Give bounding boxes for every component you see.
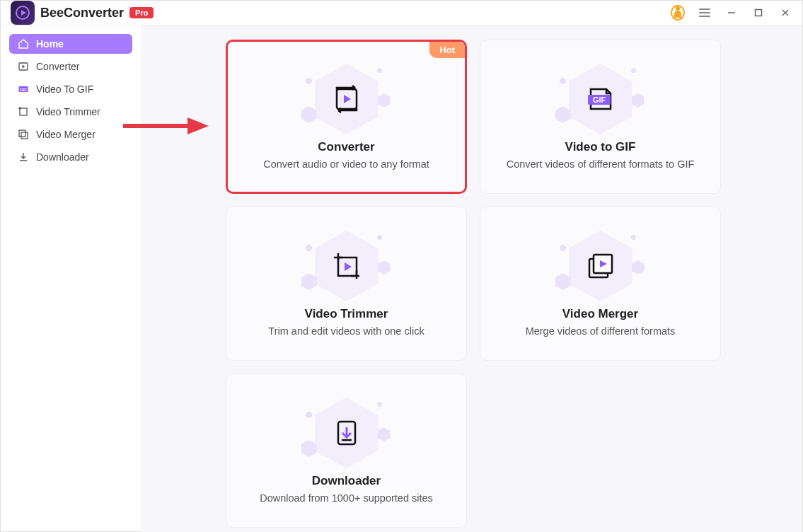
card-video-to-gif[interactable]: GIF Video to GIF Convert videos of diffe… (480, 40, 721, 194)
converter-icon (304, 64, 389, 134)
titlebar: BeeConverter Pro (1, 1, 802, 25)
card-title: Video Trimmer (305, 307, 388, 321)
card-title: Converter (318, 140, 374, 154)
home-icon (18, 38, 29, 50)
body: Home Converter GIF Video To GIF Video Tr… (1, 25, 802, 532)
app-logo (11, 1, 35, 25)
svg-rect-10 (19, 130, 25, 137)
sidebar-item-video-to-gif[interactable]: GIF Video To GIF (9, 79, 132, 99)
card-video-merger[interactable]: Video Merger Merge videos of different f… (480, 207, 721, 361)
titlebar-controls (671, 6, 792, 20)
svg-text:GIF: GIF (592, 96, 606, 104)
card-desc: Convert audio or video to any format (263, 158, 429, 170)
card-title: Video Merger (562, 307, 638, 321)
sidebar-item-video-merger[interactable]: Video Merger (9, 125, 132, 144)
card-title: Video to GIF (565, 140, 636, 154)
card-desc: Merge videos of different formats (526, 325, 676, 337)
maximize-button[interactable] (751, 6, 766, 20)
sidebar-item-downloader[interactable]: Downloader (9, 147, 132, 167)
trim-icon (18, 106, 29, 117)
user-account-icon[interactable] (671, 6, 685, 20)
card-desc: Trim and edit videos with one click (268, 325, 424, 337)
sidebar-item-home[interactable]: Home (9, 34, 132, 54)
sidebar-item-label: Video To GIF (36, 83, 93, 95)
minimize-button[interactable] (724, 6, 739, 20)
svg-text:GIF: GIF (20, 88, 27, 92)
merge-icon (18, 129, 29, 140)
pro-badge: Pro (129, 7, 154, 18)
svg-rect-7 (20, 108, 27, 115)
card-desc: Convert videos of different formats to G… (507, 158, 695, 170)
merger-card-icon (558, 231, 643, 301)
sidebar: Home Converter GIF Video To GIF Video Tr… (1, 25, 141, 532)
play-box-icon (18, 61, 29, 72)
sidebar-item-video-trimmer[interactable]: Video Trimmer (9, 102, 132, 122)
sidebar-item-label: Video Merger (36, 129, 96, 140)
sidebar-item-label: Converter (36, 61, 79, 72)
hot-badge: Hot (429, 42, 465, 58)
sidebar-item-converter[interactable]: Converter (9, 57, 132, 76)
sidebar-item-label: Video Trimmer (36, 106, 100, 117)
card-title: Downloader (312, 474, 381, 488)
svg-rect-1 (756, 10, 762, 16)
card-grid: Hot Converter Convert audio or video to … (226, 40, 721, 528)
app-window: BeeConverter Pro (0, 0, 803, 532)
card-converter[interactable]: Hot Converter Convert audio or video to … (226, 40, 467, 194)
close-button[interactable] (778, 6, 792, 20)
svg-rect-11 (21, 132, 28, 139)
trimmer-card-icon (304, 231, 389, 301)
gif-card-icon: GIF (558, 64, 643, 134)
sidebar-item-label: Home (36, 38, 64, 50)
app-title: BeeConverter (40, 6, 124, 21)
gif-icon: GIF (18, 83, 29, 95)
sidebar-item-label: Downloader (36, 151, 89, 163)
card-downloader[interactable]: Downloader Download from 1000+ supported… (226, 374, 467, 528)
download-icon (18, 151, 29, 163)
main-content: Hot Converter Convert audio or video to … (141, 25, 802, 532)
card-desc: Download from 1000+ supported sites (260, 492, 433, 504)
downloader-card-icon (304, 398, 389, 468)
card-video-trimmer[interactable]: Video Trimmer Trim and edit videos with … (226, 207, 467, 361)
menu-icon[interactable] (698, 6, 712, 20)
